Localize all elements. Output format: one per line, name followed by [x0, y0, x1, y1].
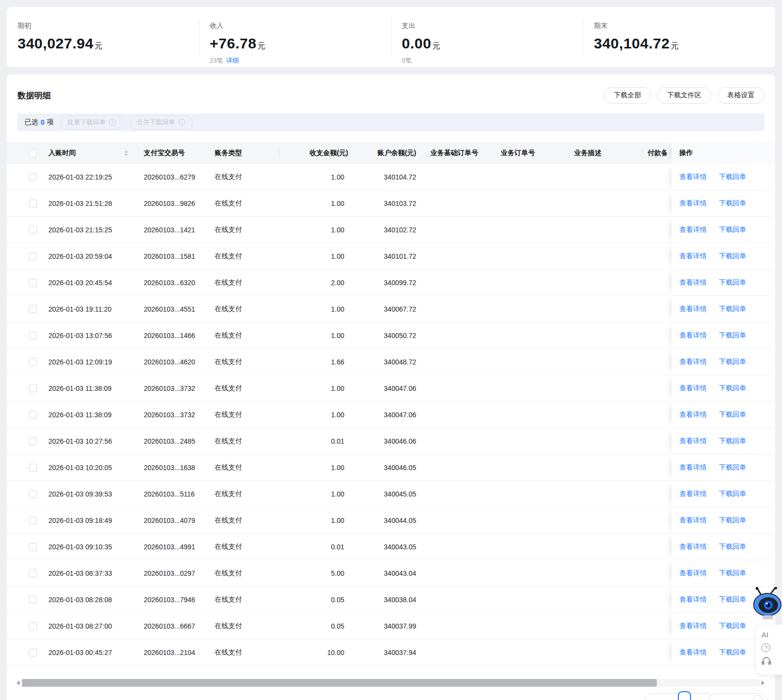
download-all-button[interactable]: 下载全部	[604, 87, 651, 104]
download-receipt-link[interactable]: 下载回单	[719, 226, 746, 234]
ai-robot-icon[interactable]	[752, 587, 782, 623]
view-detail-link[interactable]: 查看详情	[679, 595, 707, 604]
merge-download-receipt-button[interactable]: 合并下载回单 i	[130, 115, 193, 130]
view-detail-link[interactable]: 查看详情	[679, 331, 707, 340]
view-detail-link[interactable]: 查看详情	[679, 437, 707, 446]
view-detail-link[interactable]: 查看详情	[679, 542, 707, 551]
cell-time-value: 2026-01-03 10:27:56	[48, 437, 112, 445]
cell-account-type-value: 在线支付	[215, 437, 242, 446]
cell-description	[569, 349, 643, 375]
income-detail-link[interactable]: 详细	[226, 57, 239, 64]
download-file-area-button[interactable]: 下载文件区	[657, 87, 711, 104]
view-detail-link[interactable]: 查看详情	[679, 252, 707, 261]
download-receipt-link[interactable]: 下载回单	[719, 542, 746, 551]
download-receipt-link[interactable]: 下载回单	[719, 252, 746, 261]
cell-time-value: 2026-01-03 08:37:33	[48, 569, 112, 577]
row-checkbox[interactable]	[29, 279, 37, 287]
view-detail-link[interactable]: 查看详情	[679, 648, 707, 657]
row-checkbox[interactable]	[29, 226, 37, 234]
headphones-icon[interactable]	[761, 656, 771, 665]
download-receipt-link[interactable]: 下载回单	[719, 410, 746, 419]
cell-account-type: 在线支付	[210, 164, 279, 190]
download-receipt-link[interactable]: 下载回单	[719, 278, 746, 287]
cell-transaction-id-value: 20260103...6279	[144, 173, 195, 181]
view-detail-link[interactable]: 查看详情	[679, 569, 707, 578]
download-receipt-link[interactable]: 下载回单	[719, 173, 746, 181]
view-detail-link[interactable]: 查看详情	[679, 490, 707, 498]
ai-label[interactable]: AI	[761, 631, 768, 639]
view-detail-link[interactable]: 查看详情	[679, 305, 707, 314]
batch-download-receipt-button[interactable]: 批量下载回单 i	[60, 115, 123, 130]
view-detail-link[interactable]: 查看详情	[679, 226, 707, 234]
cell-balance: 340037.99	[350, 613, 421, 639]
download-receipt-link[interactable]: 下载回单	[719, 569, 746, 578]
download-receipt-link[interactable]: 下载回单	[719, 305, 746, 314]
row-checkbox[interactable]	[29, 490, 37, 498]
cell-amount-value: 2.00	[331, 279, 344, 287]
view-detail-link[interactable]: 查看详情	[679, 173, 707, 181]
download-receipt-link[interactable]: 下载回单	[719, 463, 746, 472]
view-detail-link[interactable]: 查看详情	[679, 463, 707, 472]
download-receipt-link[interactable]: 下载回单	[719, 595, 746, 604]
download-receipt-link[interactable]: 下载回单	[719, 199, 746, 208]
cell-balance: 340037.94	[350, 639, 421, 665]
view-detail-link[interactable]: 查看详情	[679, 384, 707, 393]
row-checkbox[interactable]	[29, 649, 37, 656]
cell-balance: 340101.72	[350, 243, 421, 269]
row-checkbox[interactable]	[29, 200, 37, 207]
view-detail-link[interactable]: 查看详情	[679, 199, 707, 208]
view-detail-link[interactable]: 查看详情	[679, 622, 707, 631]
sort-icon[interactable]	[124, 150, 128, 156]
row-checkbox[interactable]	[29, 543, 37, 551]
summary-opening-amount: 340,027.94	[18, 35, 93, 51]
help-icon[interactable]: ?	[761, 643, 770, 652]
row-checkbox[interactable]	[29, 173, 37, 181]
row-checkbox[interactable]	[29, 358, 37, 366]
download-receipt-link[interactable]: 下载回单	[719, 358, 746, 366]
download-receipt-link[interactable]: 下载回单	[719, 490, 746, 498]
table-row: 2026-01-03 12:09:19 20260103...4620 在线支付…	[7, 349, 775, 375]
download-receipt-link[interactable]: 下载回单	[719, 384, 746, 393]
view-detail-link[interactable]: 查看详情	[679, 410, 707, 419]
row-checkbox[interactable]	[29, 252, 37, 260]
table-settings-button[interactable]: 表格设置	[717, 87, 764, 104]
cell-description	[569, 481, 643, 507]
row-checkbox[interactable]	[29, 622, 37, 630]
row-checkbox[interactable]	[29, 464, 37, 472]
summary-closing-value: 340,104.72元	[594, 35, 775, 52]
row-checkbox[interactable]	[29, 332, 37, 339]
view-detail-link[interactable]: 查看详情	[679, 358, 707, 366]
cell-base-order	[421, 587, 497, 612]
info-icon: i	[179, 119, 185, 126]
select-all-checkbox[interactable]	[29, 149, 37, 157]
info-icon: i	[109, 119, 116, 126]
scroll-left-arrow-icon[interactable]	[17, 680, 20, 685]
download-receipt-link[interactable]: 下载回单	[719, 516, 746, 525]
row-checkbox[interactable]	[29, 596, 37, 604]
selection-toolbar: 已选 0 项 批量下载回单 i 合并下载回单 i	[17, 113, 764, 131]
cell-description	[569, 534, 643, 560]
scrollbar-track[interactable]	[22, 679, 760, 687]
row-checkbox[interactable]	[29, 411, 37, 419]
cell-time-value: 2026-01-03 19:11:20	[48, 305, 112, 313]
row-checkbox[interactable]	[29, 517, 37, 524]
cell-transaction-id-value: 20260103...4079	[144, 517, 195, 524]
download-receipt-link[interactable]: 下载回单	[719, 648, 746, 657]
row-checkbox[interactable]	[29, 305, 37, 313]
download-receipt-link[interactable]: 下载回单	[719, 622, 746, 631]
table-row: 2026-01-03 22:19:25 20260103...6279 在线支付…	[7, 164, 775, 190]
row-checkbox[interactable]	[29, 437, 37, 445]
view-detail-link[interactable]: 查看详情	[679, 278, 707, 287]
view-detail-link[interactable]: 查看详情	[679, 516, 707, 525]
download-receipt-link[interactable]: 下载回单	[719, 437, 746, 446]
row-checkbox-cell	[18, 243, 44, 269]
scrollbar-thumb[interactable]	[22, 679, 657, 687]
pagination-current-page[interactable]	[678, 691, 691, 700]
cell-base-order	[421, 243, 497, 269]
table-row: 2026-01-03 10:27:56 20260103...2485 在线支付…	[7, 428, 775, 454]
cell-order	[497, 560, 569, 586]
download-receipt-link[interactable]: 下载回单	[719, 331, 746, 340]
scroll-right-arrow-icon[interactable]	[761, 680, 764, 685]
row-checkbox[interactable]	[29, 384, 37, 392]
row-checkbox[interactable]	[29, 569, 37, 577]
